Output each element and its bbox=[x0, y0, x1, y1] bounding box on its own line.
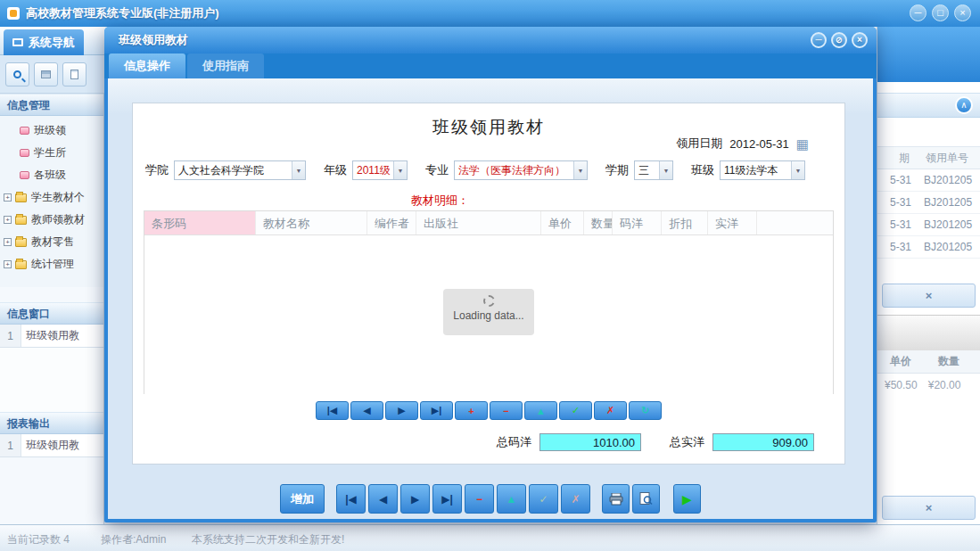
panel-close-button[interactable]: × bbox=[882, 496, 976, 520]
minimize-button[interactable]: ─ bbox=[910, 4, 926, 21]
sidebar-panel-info-management[interactable]: 信息管理 bbox=[0, 94, 103, 116]
nav-next-button[interactable]: ▶ bbox=[385, 401, 418, 420]
tag-icon bbox=[20, 127, 29, 135]
expander-icon[interactable]: + bbox=[4, 216, 12, 224]
right-panel-titlebar bbox=[877, 27, 980, 82]
receive-date-value[interactable]: 2012-05-31 bbox=[729, 137, 789, 151]
class-select[interactable]: 11级法学本 ▼ bbox=[720, 160, 805, 180]
column-barcode[interactable]: 条形码 bbox=[144, 211, 256, 234]
footer-cancel-button[interactable]: ✗ bbox=[561, 484, 590, 514]
close-button[interactable]: × bbox=[954, 4, 971, 21]
panel-close-button[interactable]: × bbox=[882, 284, 976, 308]
expander-icon[interactable]: + bbox=[4, 193, 12, 201]
sidebar: 信息管理 班级领 学生所 各班级 + 学生教材个 + 教师领教材 + 教材零售 bbox=[0, 94, 104, 524]
tab-system-navigation[interactable]: 系统导航 bbox=[4, 29, 84, 55]
footer-confirm-button[interactable]: ✓ bbox=[529, 484, 558, 514]
add-row-button[interactable]: + bbox=[455, 401, 488, 420]
print-button[interactable] bbox=[602, 484, 630, 514]
calendar-icon[interactable]: ▦ bbox=[796, 137, 809, 151]
close-icon: × bbox=[926, 289, 933, 302]
table-row[interactable]: 5-31 BJ201205 bbox=[877, 236, 980, 259]
report-output-item[interactable]: 1 班级领用教 bbox=[0, 434, 103, 457]
tree-item-label: 学生教材个 bbox=[31, 190, 85, 205]
dialog-titlebar[interactable]: 班级领用教材 ─ ⊘ × bbox=[104, 27, 877, 53]
monitor-icon bbox=[12, 38, 23, 46]
table-row[interactable]: 5-31 BJ201205 bbox=[877, 214, 980, 236]
preview-button[interactable] bbox=[632, 484, 660, 514]
footer-delete-button[interactable]: − bbox=[465, 484, 494, 514]
loading-text: Loading data... bbox=[443, 309, 534, 322]
totals-row: 总码洋 1010.00 总实洋 909.00 bbox=[133, 433, 844, 451]
sidebar-panel-info-window[interactable]: 信息窗口 bbox=[0, 302, 103, 325]
footer-edit-button[interactable]: ▲ bbox=[497, 484, 526, 514]
column-author[interactable]: 编作者 bbox=[367, 211, 416, 234]
info-window-item[interactable]: 1 班级领用教 bbox=[0, 325, 103, 348]
tree-item-statistics[interactable]: + 统计管理 bbox=[0, 253, 103, 276]
tree-item-textbook-retail[interactable]: + 教材零售 bbox=[0, 231, 103, 253]
delete-row-button[interactable]: − bbox=[490, 401, 523, 420]
class-value: 11级法学本 bbox=[721, 163, 791, 178]
tree-item-student[interactable]: 学生所 bbox=[0, 142, 103, 164]
item-index: 1 bbox=[0, 434, 21, 456]
cancel-button[interactable]: ✗ bbox=[594, 401, 627, 420]
column-actual-price[interactable]: 实洋 bbox=[708, 211, 757, 234]
receive-date-group: 领用日期 2012-05-31 ▦ bbox=[676, 136, 809, 152]
run-button[interactable]: ▶ bbox=[673, 484, 701, 514]
tree-item-student-textbook[interactable]: + 学生教材个 bbox=[0, 186, 103, 209]
maximize-button[interactable]: □ bbox=[932, 4, 949, 21]
semester-select[interactable]: 三 ▼ bbox=[634, 160, 673, 180]
column-list-price[interactable]: 码洋 bbox=[613, 211, 662, 234]
dialog-minimize-button[interactable]: ─ bbox=[811, 32, 827, 48]
tree-item-class-receive[interactable]: 班级领 bbox=[0, 119, 103, 142]
chevron-down-icon: ▼ bbox=[393, 161, 407, 179]
confirm-button[interactable]: ✓ bbox=[559, 401, 592, 420]
column-quantity[interactable]: 数量 bbox=[584, 211, 613, 234]
nav-first-button[interactable]: |◀ bbox=[316, 401, 349, 420]
college-select[interactable]: 人文社会科学学院 ▼ bbox=[174, 160, 306, 180]
edit-row-button[interactable]: ▲ bbox=[524, 401, 557, 420]
chevron-down-icon: ▼ bbox=[292, 161, 305, 179]
sidebar-panel-report-output[interactable]: 报表输出 bbox=[0, 412, 103, 434]
textbook-grid: 条形码 教材名称 编作者 出版社 单价 数量 码洋 折扣 实洋 Loading … bbox=[144, 210, 834, 394]
column-date: 期 bbox=[877, 151, 910, 166]
spinner-icon bbox=[483, 295, 495, 307]
column-discount[interactable]: 折扣 bbox=[662, 211, 708, 234]
search-button[interactable] bbox=[5, 62, 29, 86]
tab-system-navigation-label: 系统导航 bbox=[29, 35, 75, 51]
tree-item-label: 各班级 bbox=[34, 168, 66, 183]
total-list-price-field[interactable]: 1010.00 bbox=[539, 433, 641, 451]
expander-icon[interactable]: + bbox=[4, 260, 12, 268]
table-view-button[interactable] bbox=[34, 62, 58, 86]
tree-item-each-class[interactable]: 各班级 bbox=[0, 164, 103, 186]
expander-icon[interactable]: + bbox=[4, 238, 12, 246]
nav-last-button[interactable]: ▶| bbox=[420, 401, 453, 420]
dialog-close-button[interactable]: × bbox=[852, 32, 868, 48]
column-publisher[interactable]: 出版社 bbox=[416, 211, 541, 234]
total-actual-price-field[interactable]: 909.00 bbox=[712, 433, 814, 451]
grade-select[interactable]: 2011级 ▼ bbox=[352, 160, 408, 180]
row-order: BJ201205 bbox=[911, 241, 972, 253]
collapse-button[interactable]: ∧ bbox=[955, 96, 973, 114]
tab-user-guide[interactable]: 使用指南 bbox=[187, 53, 264, 78]
main-window-title: 高校教材管理系统专业版(非注册用户) bbox=[26, 5, 219, 21]
add-record-button[interactable]: 增加 bbox=[280, 484, 325, 514]
refresh-button[interactable]: ↻ bbox=[629, 401, 662, 420]
dialog-block-button[interactable]: ⊘ bbox=[831, 32, 847, 48]
table-row[interactable]: 5-31 BJ201205 bbox=[877, 169, 980, 192]
nav-prev-button[interactable]: ◀ bbox=[350, 401, 383, 420]
dialog-footer-toolbar: 增加 |◀ ◀ ▶ ▶| − ▲ ✓ ✗ bbox=[108, 484, 873, 514]
tree-item-teacher-receive[interactable]: + 教师领教材 bbox=[0, 209, 103, 231]
footer-last-button[interactable]: ▶| bbox=[432, 484, 462, 514]
navigation-tree: 班级领 学生所 各班级 + 学生教材个 + 教师领教材 + 教材零售 + 统 bbox=[0, 116, 103, 287]
column-unit-price[interactable]: 单价 bbox=[541, 211, 584, 234]
main-titlebar: 高校教材管理系统专业版(非注册用户) ─ □ × bbox=[0, 0, 980, 27]
column-textbook-name[interactable]: 教材名称 bbox=[256, 211, 367, 234]
tab-info-operation[interactable]: 信息操作 bbox=[109, 53, 185, 78]
footer-first-button[interactable]: |◀ bbox=[336, 484, 366, 514]
footer-prev-button[interactable]: ◀ bbox=[368, 484, 398, 514]
footer-next-button[interactable]: ▶ bbox=[400, 484, 430, 514]
document-button[interactable] bbox=[62, 62, 86, 86]
major-select[interactable]: 法学（医事法律方向） ▼ bbox=[454, 160, 588, 180]
grade-label: 年级 bbox=[324, 162, 347, 178]
table-row[interactable]: 5-31 BJ201205 bbox=[877, 192, 980, 214]
